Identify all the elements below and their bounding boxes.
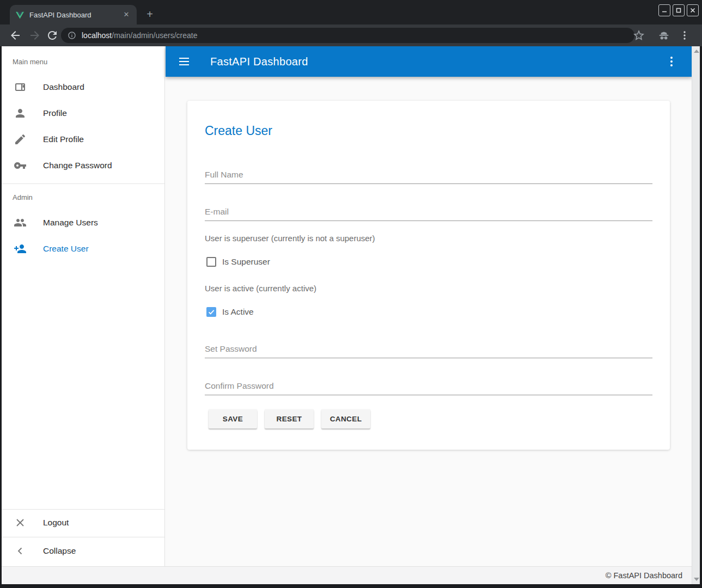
sidebar-item-label: Manage Users [43, 218, 98, 228]
url-host: localhost [82, 31, 112, 40]
bookmark-button[interactable] [632, 29, 645, 42]
back-arrow-icon [9, 29, 22, 42]
sidebar-item-profile[interactable]: Profile [2, 100, 164, 126]
incognito-indicator[interactable] [657, 29, 670, 42]
set-password-input[interactable] [205, 340, 652, 358]
sidebar-item-create-user[interactable]: Create User [2, 236, 164, 262]
close-icon [14, 516, 27, 529]
tab-close-icon[interactable]: ✕ [121, 10, 131, 20]
app-title: FastAPI Dashboard [210, 56, 308, 68]
minimize-button[interactable] [658, 4, 670, 16]
sidebar-item-label: Change Password [43, 161, 112, 170]
scroll-up-arrow-icon[interactable] [694, 50, 699, 53]
checkbox-checked-icon[interactable] [206, 307, 216, 317]
checkmark-icon [207, 308, 215, 316]
new-tab-button[interactable]: + [143, 8, 157, 22]
close-window-button[interactable] [687, 4, 699, 16]
forward-arrow-icon [28, 29, 41, 42]
save-button[interactable]: SAVE [209, 409, 257, 428]
create-user-card: Create User User is superuser (currently… [187, 101, 670, 450]
hamburger-menu-button[interactable] [178, 55, 191, 68]
sidebar-item-label: Profile [43, 108, 67, 118]
page-content: Main menu Dashboard Profile Edit Profile… [2, 46, 700, 584]
sidebar-divider [2, 537, 164, 537]
pencil-icon [14, 133, 27, 146]
email-input[interactable] [205, 203, 652, 221]
tab-title: FastAPI Dashboard [29, 11, 121, 19]
reload-button[interactable] [46, 29, 59, 42]
confirm-password-input[interactable] [205, 377, 652, 395]
app-menu-button[interactable] [666, 56, 677, 68]
sidebar: Main menu Dashboard Profile Edit Profile… [2, 46, 165, 566]
page-footer: © FastAPI Dashboard [2, 566, 692, 584]
sidebar-section-admin: Admin [13, 193, 33, 201]
vue-logo-icon [15, 10, 25, 20]
sidebar-item-dashboard[interactable]: Dashboard [2, 74, 164, 100]
checkbox-unchecked-icon[interactable] [206, 257, 216, 267]
sidebar-item-logout[interactable]: Logout [2, 510, 164, 536]
browser-tab[interactable]: FastAPI Dashboard ✕ [10, 5, 137, 24]
maximize-button[interactable] [673, 4, 685, 16]
url-text: localhost/main/admin/users/create [82, 31, 197, 40]
sidebar-item-label: Collapse [43, 546, 76, 556]
superuser-helper-text: User is superuser (currently is not a su… [205, 234, 375, 243]
is-active-checkbox[interactable]: Is Active [206, 307, 254, 317]
reset-button[interactable]: RESET [265, 409, 314, 428]
person-add-icon [14, 242, 27, 255]
person-icon [14, 107, 27, 120]
checkbox-label[interactable]: Is Superuser [222, 257, 270, 267]
sidebar-item-label: Edit Profile [43, 134, 84, 144]
scroll-down-arrow-icon[interactable] [694, 578, 699, 581]
tab-strip: FastAPI Dashboard ✕ + [0, 0, 702, 24]
browser-toolbar: localhost/main/admin/users/create [0, 24, 702, 46]
browser-menu-button[interactable] [678, 29, 691, 42]
sidebar-item-label: Dashboard [43, 82, 84, 92]
forward-button[interactable] [28, 29, 41, 42]
kebab-menu-icon [678, 29, 691, 42]
form-title: Create User [205, 124, 272, 138]
browser-window: FastAPI Dashboard ✕ + local [0, 0, 702, 588]
sidebar-item-change-password[interactable]: Change Password [2, 152, 164, 179]
back-button[interactable] [9, 29, 22, 42]
reload-icon [46, 29, 59, 42]
close-icon [689, 7, 696, 14]
maximize-icon [675, 7, 682, 14]
minimize-icon [661, 7, 668, 14]
checkbox-label[interactable]: Is Active [222, 307, 254, 317]
app-bar: FastAPI Dashboard [166, 46, 692, 77]
full-name-input[interactable] [205, 166, 652, 184]
dashboard-icon [14, 81, 27, 94]
chevron-left-icon [14, 544, 27, 558]
sidebar-item-label: Create User [43, 244, 89, 254]
star-icon [632, 29, 645, 42]
sidebar-item-collapse[interactable]: Collapse [2, 538, 164, 564]
sidebar-item-manage-users[interactable]: Manage Users [2, 210, 164, 236]
page-info-icon[interactable] [68, 31, 76, 40]
sidebar-item-label: Logout [43, 518, 69, 528]
sidebar-item-edit-profile[interactable]: Edit Profile [2, 126, 164, 152]
sidebar-divider [2, 183, 164, 184]
people-icon [14, 216, 27, 229]
page-scrollbar[interactable] [692, 46, 700, 584]
is-superuser-checkbox[interactable]: Is Superuser [206, 257, 270, 267]
incognito-icon [657, 29, 670, 42]
url-path: /main/admin/users/create [112, 31, 197, 40]
active-helper-text: User is active (currently active) [205, 284, 316, 293]
cancel-button[interactable]: CANCEL [321, 409, 370, 428]
url-bar[interactable]: localhost/main/admin/users/create [61, 28, 634, 43]
sidebar-section-main-menu: Main menu [13, 58, 47, 66]
key-icon [14, 159, 27, 172]
